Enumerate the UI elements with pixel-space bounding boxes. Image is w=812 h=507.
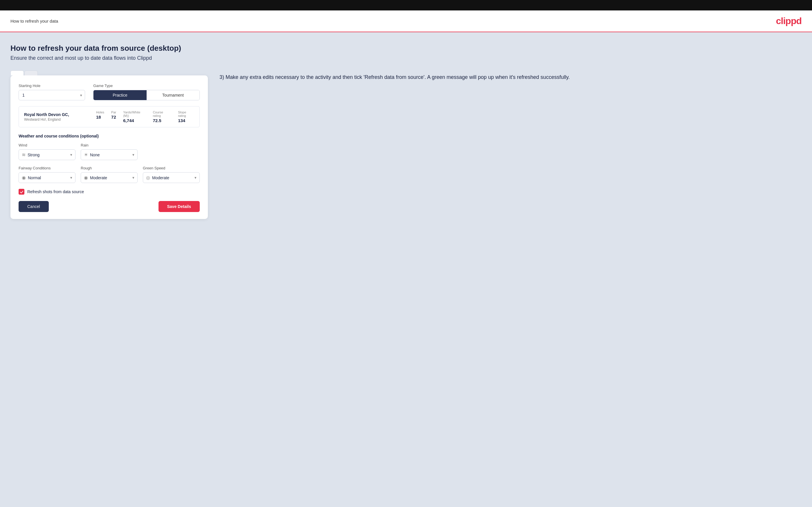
starting-hole-select-wrapper[interactable]: 1 10 ▾ bbox=[18, 90, 85, 100]
content-area: Starting Hole 1 10 ▾ Game Type Practi bbox=[10, 70, 802, 219]
fairway-icon: ◉ bbox=[22, 175, 26, 180]
game-type-toggle: Practice Tournament bbox=[93, 90, 200, 100]
starting-hole-select[interactable]: 1 10 bbox=[18, 90, 85, 100]
rain-value: None bbox=[90, 153, 133, 157]
rough-label: Rough bbox=[81, 166, 138, 170]
wind-rain-row: Wind ≋ Strong ▾ Rain ☀ None ▾ bbox=[18, 143, 200, 160]
refresh-label: Refresh shots from data source bbox=[27, 189, 84, 194]
page-heading: How to refresh your data from source (de… bbox=[10, 44, 802, 53]
fairway-select[interactable]: ◉ Normal ▾ bbox=[18, 172, 75, 183]
wind-chevron-icon: ▾ bbox=[70, 153, 72, 157]
wind-label: Wind bbox=[18, 143, 75, 147]
starting-hole-group: Starting Hole 1 10 ▾ bbox=[18, 83, 85, 100]
main-content: How to refresh your data from source (de… bbox=[0, 32, 812, 507]
holes-label: Holes bbox=[96, 111, 104, 114]
conditions-title: Weather and course conditions (optional) bbox=[18, 134, 200, 138]
stat-course-rating: Course rating 72.5 bbox=[153, 111, 171, 123]
refresh-checkbox[interactable] bbox=[18, 189, 24, 194]
tab-strip bbox=[10, 70, 38, 75]
refresh-checkbox-row: Refresh shots from data source bbox=[18, 189, 200, 194]
form-panel: Starting Hole 1 10 ▾ Game Type Practi bbox=[10, 75, 208, 219]
instruction-text: 3) Make any extra edits necessary to the… bbox=[219, 73, 802, 81]
page-subtitle: Ensure the correct and most up to date d… bbox=[10, 55, 802, 61]
course-rating-value: 72.5 bbox=[153, 118, 161, 123]
wind-group: Wind ≋ Strong ▾ bbox=[18, 143, 75, 160]
practice-button[interactable]: Practice bbox=[94, 90, 146, 100]
rough-chevron-icon: ▾ bbox=[133, 175, 135, 180]
fairway-label: Fairway Conditions bbox=[18, 166, 75, 170]
rough-select[interactable]: ◉ Moderate ▾ bbox=[81, 172, 138, 183]
stat-par: Par 72 bbox=[111, 111, 116, 123]
tab-inactive[interactable] bbox=[24, 70, 38, 75]
form-panel-wrapper: Starting Hole 1 10 ▾ Game Type Practi bbox=[10, 70, 208, 219]
course-name-col: Royal North Devon GC, Westward Ho!, Engl… bbox=[24, 112, 96, 121]
rough-group: Rough ◉ Moderate ▾ bbox=[81, 166, 138, 183]
rain-select[interactable]: ☀ None ▾ bbox=[81, 149, 138, 160]
green-speed-chevron-icon: ▾ bbox=[195, 175, 197, 180]
wind-select[interactable]: ≋ Strong ▾ bbox=[18, 149, 75, 160]
conditions-row2: Fairway Conditions ◉ Normal ▾ Rough ◉ Mo… bbox=[18, 166, 200, 183]
slope-rating-label: Slope rating bbox=[178, 111, 194, 117]
game-type-label: Game Type bbox=[93, 83, 200, 88]
stat-yards: Yards/White (M)) 6,744 bbox=[123, 111, 146, 123]
rough-icon: ◉ bbox=[84, 175, 88, 180]
logo: clippd bbox=[776, 16, 802, 26]
side-instruction: 3) Make any extra edits necessary to the… bbox=[219, 70, 802, 81]
wind-value: Strong bbox=[28, 153, 70, 157]
course-stats: Holes 18 Par 72 Yards/White (M)) 6,744 bbox=[96, 111, 194, 123]
cancel-button[interactable]: Cancel bbox=[18, 201, 49, 212]
fairway-value: Normal bbox=[28, 175, 70, 180]
rough-value: Moderate bbox=[90, 175, 133, 180]
course-name: Royal North Devon GC, bbox=[24, 112, 96, 117]
wind-icon: ≋ bbox=[22, 152, 26, 158]
fairway-group: Fairway Conditions ◉ Normal ▾ bbox=[18, 166, 75, 183]
green-speed-group: Green Speed ◎ Moderate ▾ bbox=[143, 166, 200, 183]
save-button[interactable]: Save Details bbox=[158, 201, 200, 212]
rain-chevron-icon: ▾ bbox=[133, 153, 135, 157]
yards-label: Yards/White (M)) bbox=[123, 111, 146, 117]
green-speed-select[interactable]: ◎ Moderate ▾ bbox=[143, 172, 200, 183]
course-location: Westward Ho!, England bbox=[24, 117, 96, 121]
rain-label: Rain bbox=[81, 143, 138, 147]
course-info-box: Royal North Devon GC, Westward Ho!, Engl… bbox=[18, 106, 200, 127]
rain-icon: ☀ bbox=[84, 152, 88, 158]
fairway-chevron-icon: ▾ bbox=[70, 175, 72, 180]
stat-slope-rating: Slope rating 134 bbox=[178, 111, 194, 123]
par-value: 72 bbox=[111, 115, 116, 119]
par-label: Par bbox=[111, 111, 116, 114]
stat-holes: Holes 18 bbox=[96, 111, 104, 123]
slope-rating-value: 134 bbox=[178, 118, 185, 123]
holes-value: 18 bbox=[96, 115, 101, 119]
course-rating-label: Course rating bbox=[153, 111, 171, 117]
tab-active[interactable] bbox=[10, 70, 24, 75]
page-header: How to refresh your data clippd bbox=[0, 10, 812, 32]
form-actions: Cancel Save Details bbox=[18, 201, 200, 212]
green-speed-icon: ◎ bbox=[146, 175, 150, 180]
form-row-top: Starting Hole 1 10 ▾ Game Type Practi bbox=[18, 83, 200, 100]
starting-hole-label: Starting Hole bbox=[18, 83, 85, 88]
rain-group: Rain ☀ None ▾ bbox=[81, 143, 138, 160]
header-title: How to refresh your data bbox=[10, 18, 58, 23]
checkmark-icon bbox=[20, 190, 23, 194]
green-speed-value: Moderate bbox=[152, 175, 195, 180]
yards-value: 6,744 bbox=[123, 118, 134, 123]
game-type-group: Game Type Practice Tournament bbox=[93, 83, 200, 100]
tournament-button[interactable]: Tournament bbox=[147, 90, 199, 100]
green-speed-label: Green Speed bbox=[143, 166, 200, 170]
